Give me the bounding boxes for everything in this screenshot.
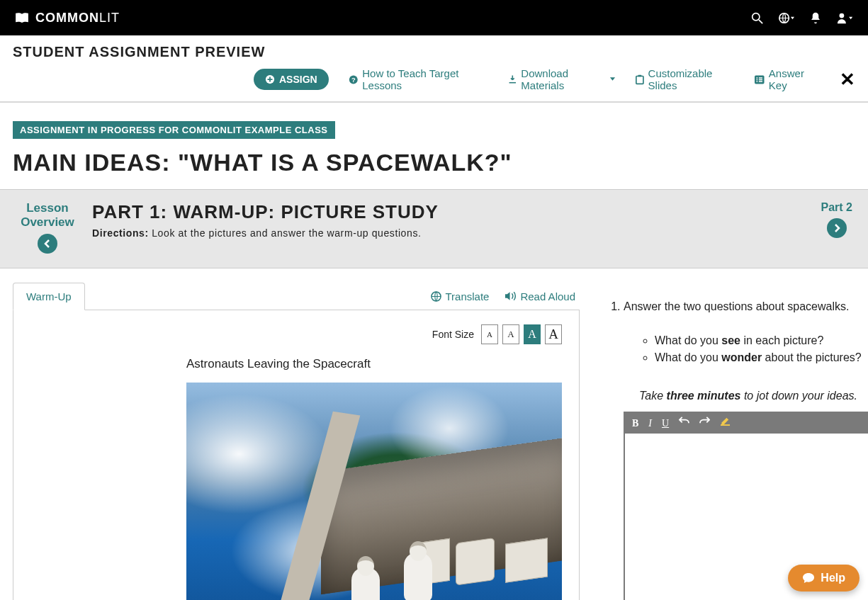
question-list: Answer the two questions about spacewalk… [608, 298, 868, 600]
clipboard-icon [636, 74, 644, 85]
question-prompt: Answer the two questions about spacewalk… [624, 300, 849, 312]
part-nav-bar: Lesson Overview PART 1: WARM-UP: PICTURE… [0, 189, 868, 268]
user-menu-icon[interactable] [837, 12, 854, 24]
assign-label: ASSIGN [279, 74, 317, 85]
bold-button[interactable]: B [632, 416, 638, 431]
highlight-button[interactable] [720, 416, 731, 431]
chevron-right-icon [833, 224, 840, 232]
globe-icon[interactable] [779, 12, 794, 24]
next-part-nav[interactable]: Part 2 [821, 201, 852, 238]
bell-icon[interactable] [810, 12, 821, 24]
svg-rect-8 [638, 74, 641, 77]
top-bar: COMMONLIT [0, 0, 868, 35]
svg-rect-7 [636, 76, 643, 84]
preview-toolbar: ASSIGN ? How to Teach Target Lessons Dow… [0, 60, 868, 103]
question-hint: Take three minutes to jot down your idea… [639, 387, 868, 404]
slides-link[interactable]: Customizable Slides [636, 67, 735, 91]
svg-text:?: ? [351, 76, 356, 83]
part-heading: PART 1: WARM-UP: PICTURE STUDY Direction… [79, 201, 821, 239]
question-column: Answer the two questions about spacewalk… [608, 268, 868, 600]
plus-circle-icon [265, 74, 275, 84]
book-open-icon [14, 12, 30, 23]
question-bullet: What do you see in each picture? [655, 332, 868, 349]
undo-button[interactable] [679, 416, 689, 431]
progress-banner: ASSIGNMENT IN PROGRESS FOR COMMONLIT EXA… [13, 121, 855, 139]
question-item: Answer the two questions about spacewalk… [624, 298, 868, 600]
assignment-title: MAIN IDEAS: "WHAT IS A SPACEWALK?" [0, 146, 868, 189]
tab-warmup[interactable]: Warm-Up [13, 283, 85, 310]
download-icon [508, 74, 517, 84]
brand-logo[interactable]: COMMONLIT [14, 11, 120, 26]
font-size-sm[interactable]: A [502, 324, 519, 344]
underline-button[interactable]: U [662, 416, 669, 431]
caret-down-icon [609, 77, 616, 82]
chat-icon [802, 572, 815, 584]
preview-title: STUDENT ASSIGNMENT PREVIEW [0, 35, 868, 60]
font-size-md[interactable]: A [524, 324, 541, 344]
question-sublist: What do you see in each picture? What do… [624, 332, 868, 366]
font-size-lg[interactable]: A [545, 324, 562, 344]
close-icon[interactable]: ✕ [840, 69, 855, 91]
help-button[interactable]: Help [788, 565, 859, 591]
image-caption: Astronauts Leaving the Spacecraft [186, 357, 562, 371]
svg-line-1 [759, 20, 762, 23]
part-title: PART 1: WARM-UP: PICTURE STUDY [92, 201, 808, 223]
reading-column: Warm-Up Translate Read Aloud Font Size A… [13, 268, 580, 600]
tab-row: Warm-Up Translate Read Aloud [13, 283, 580, 310]
top-icon-group [751, 12, 854, 24]
content-area: Warm-Up Translate Read Aloud Font Size A… [0, 268, 868, 600]
question-bullet: What do you wonder about the pictures? [655, 349, 868, 366]
warmup-image [186, 383, 562, 600]
reading-tools: Translate Read Aloud [431, 290, 580, 302]
svg-rect-11 [721, 424, 730, 426]
redo-button[interactable] [699, 416, 710, 431]
answer-key-link[interactable]: Answer Key [755, 67, 820, 91]
editor-toolbar: B I U [625, 413, 868, 434]
volume-icon [505, 291, 517, 301]
redo-icon [699, 416, 710, 425]
help-label: Help [821, 572, 845, 584]
highlighter-icon [720, 416, 731, 426]
assign-button[interactable]: ASSIGN [254, 69, 329, 90]
part-directions: Directions: Look at the pictures and ans… [92, 227, 808, 239]
download-link[interactable]: Download Materials [508, 67, 616, 91]
translate-button[interactable]: Translate [431, 290, 489, 302]
question-block: Answer the two questions about spacewalk… [608, 298, 868, 600]
chevron-left-icon [44, 239, 51, 248]
question-circle-icon: ? [349, 74, 359, 85]
reading-pane: Font Size A A A A Astronauts Leaving the… [13, 310, 580, 600]
search-icon[interactable] [751, 12, 763, 24]
font-size-label: Font Size [432, 329, 474, 340]
how-to-link[interactable]: ? How to Teach Target Lessons [349, 67, 488, 91]
italic-button[interactable]: I [648, 416, 652, 431]
lesson-overview-nav[interactable]: Lesson Overview [16, 201, 79, 254]
svg-point-3 [840, 13, 845, 18]
font-size-xs[interactable]: A [481, 324, 498, 344]
globe-icon [431, 291, 441, 302]
read-aloud-button[interactable]: Read Aloud [505, 290, 575, 302]
font-size-control: Font Size A A A A [30, 324, 562, 344]
svg-point-0 [753, 13, 760, 20]
prev-circle-button[interactable] [38, 234, 57, 254]
list-icon [755, 75, 765, 84]
next-circle-button[interactable] [827, 218, 847, 238]
brand-text: COMMONLIT [35, 11, 120, 26]
undo-icon [679, 416, 689, 425]
progress-badge: ASSIGNMENT IN PROGRESS FOR COMMONLIT EXA… [13, 121, 335, 139]
